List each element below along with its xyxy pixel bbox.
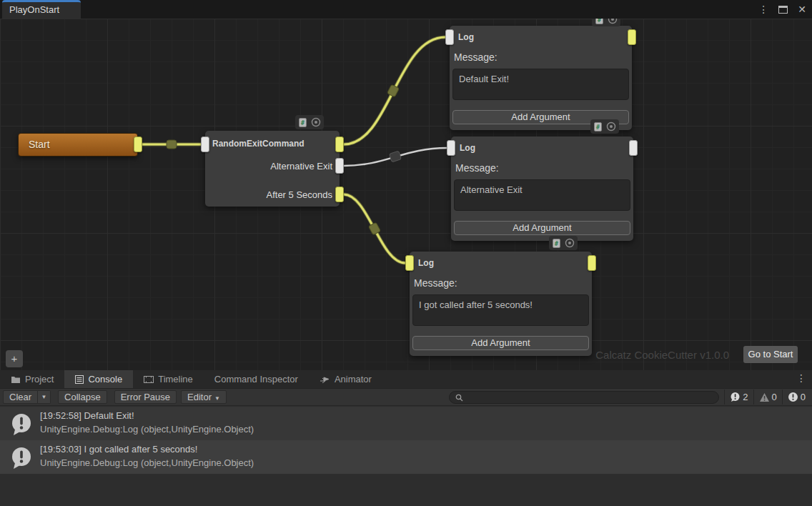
go-to-start-button[interactable]: Go to Start [743, 346, 798, 363]
kebab-menu-icon[interactable]: ⋮ [758, 3, 768, 16]
console-log-list: [19:52:58] Default Exit! UnityEngine.Deb… [0, 407, 812, 474]
message-input[interactable]: Default Exit! [452, 69, 629, 100]
svg-text:#: # [555, 240, 558, 247]
console-panel: Project Console Timel [0, 370, 812, 506]
message-input[interactable]: Alternative Exit [454, 179, 630, 211]
tab-console[interactable]: Console [64, 370, 133, 388]
add-node-button[interactable]: + [6, 350, 23, 367]
log1-input-port[interactable] [445, 29, 454, 45]
warning-filter-toggle[interactable]: 0 [753, 390, 782, 405]
warning-count: 0 [772, 392, 777, 402]
cookiecutter-watermark: Calcatz CookieCutter v1.0.0 [595, 349, 729, 361]
tab-timeline[interactable]: Timeline [133, 370, 204, 388]
log-stacktrace: UnityEngine.Debug:Log (object,UnityEngin… [40, 424, 254, 435]
alternative-exit-label: Alternative Exit [270, 161, 332, 172]
target-icon [606, 121, 616, 132]
search-input[interactable] [467, 392, 703, 402]
start-node[interactable]: Start [18, 133, 138, 157]
add-argument-button[interactable]: Add Argument [412, 336, 589, 350]
log-stacktrace: UnityEngine.Debug:Log (object,UnityEngin… [40, 457, 254, 468]
tab-label: Timeline [158, 374, 193, 385]
info-log-icon [9, 446, 34, 470]
tab-label: Project [25, 374, 54, 385]
node-gizmo-log2[interactable]: # [590, 119, 619, 134]
node-graph-canvas[interactable]: Start RandomExitCommand Alternative Exit… [0, 19, 812, 370]
error-pause-toggle[interactable]: Error Pause [114, 390, 177, 404]
log-message: [19:53:03] I got called after 5 seconds! [40, 444, 197, 455]
timeline-icon [144, 375, 154, 384]
info-log-icon [9, 412, 34, 437]
tab-project[interactable]: Project [0, 370, 64, 388]
graph-tabbar: PlayOnStart ⋮ ✕ [0, 0, 812, 19]
target-icon [608, 19, 618, 24]
tab-command-inspector[interactable]: Command Inspector [204, 370, 309, 388]
editor-dropdown[interactable]: Editor▼ [181, 390, 227, 404]
alternative-exit-output-port[interactable] [335, 158, 344, 174]
start-output-port[interactable] [134, 137, 142, 152]
search-icon [455, 394, 463, 402]
log-entry[interactable]: [19:52:58] Default Exit! UnityEngine.Deb… [0, 407, 812, 440]
target-icon [311, 117, 321, 127]
tab-label: Console [88, 374, 122, 385]
node-title: Log [460, 143, 475, 153]
error-icon [788, 392, 798, 402]
svg-text:#: # [596, 124, 600, 130]
console-kebab-menu-icon[interactable]: ⋮ [796, 372, 806, 384]
node-gizmo-log3[interactable]: # [549, 236, 578, 250]
info-log-icon [730, 392, 741, 402]
error-count: 0 [801, 392, 806, 402]
unity-window: PlayOnStart ⋮ ✕ [0, 0, 812, 506]
after-5-seconds-output-port[interactable] [335, 187, 344, 202]
log2-output-port[interactable] [629, 140, 638, 156]
info-filter-toggle[interactable]: 2 [724, 390, 753, 405]
log-message: [19:52:58] Default Exit! [40, 410, 134, 421]
wire-layer [0, 19, 812, 370]
random-exit-command-node[interactable]: RandomExitCommand Alternative Exit After… [205, 131, 340, 207]
log3-output-port[interactable] [588, 255, 596, 271]
log-node-after-5-seconds[interactable]: Log Message: I got called after 5 second… [410, 252, 592, 356]
console-filter-badges: 2 0 0 [724, 390, 811, 405]
wire-knob [390, 151, 402, 162]
after-5-seconds-label: After 5 Seconds [267, 189, 333, 200]
console-search[interactable] [449, 391, 719, 404]
tab-play-on-start[interactable]: PlayOnStart [2, 0, 81, 19]
warning-icon [759, 392, 770, 402]
message-label: Message: [454, 51, 497, 63]
clear-dropdown-icon[interactable]: ▼ [38, 390, 51, 404]
close-icon[interactable]: ✕ [798, 3, 806, 16]
message-label: Message: [414, 277, 457, 289]
message-input[interactable]: I got called after 5 seconds! [412, 294, 589, 326]
chevron-down-icon: ▼ [214, 395, 220, 402]
bottom-tabbar: Project Console Timel [0, 370, 812, 388]
log1-output-port[interactable] [628, 29, 636, 45]
error-filter-toggle[interactable]: 0 [782, 390, 811, 405]
tab-label: Animator [335, 374, 372, 385]
script-icon: # [595, 19, 603, 24]
add-argument-button[interactable]: Add Argument [454, 221, 630, 235]
tab-label: Command Inspector [214, 374, 298, 385]
node-gizmo-random-exit[interactable]: # [295, 115, 324, 129]
script-icon: # [299, 118, 307, 127]
log-entry[interactable]: [19:53:03] I got called after 5 seconds!… [0, 440, 812, 474]
editor-dropdown-label: Editor [187, 392, 212, 402]
log2-input-port[interactable] [447, 140, 455, 156]
maximize-icon[interactable] [778, 6, 788, 14]
log-node-default-exit[interactable]: Log Message: Default Exit! Add Argument [450, 26, 632, 130]
script-icon: # [553, 239, 560, 248]
node-title: RandomExitCommand [212, 139, 304, 149]
script-icon: # [594, 122, 602, 132]
wire-knob [167, 140, 177, 149]
animator-icon [320, 375, 330, 383]
svg-text:#: # [598, 19, 601, 23]
tab-animator[interactable]: Animator [309, 370, 382, 388]
random-exit-input-port[interactable] [201, 137, 209, 152]
collapse-toggle[interactable]: Collapse [58, 390, 107, 404]
clear-button[interactable]: Clear [3, 390, 38, 404]
node-title: Log [418, 258, 434, 268]
log3-input-port[interactable] [405, 255, 414, 271]
node-gizmo-log1[interactable]: # [592, 19, 620, 26]
target-icon [565, 238, 575, 248]
log-node-alternative-exit[interactable]: Log Message: Alternative Exit Add Argume… [451, 137, 633, 241]
default-exit-output-port[interactable] [335, 137, 344, 152]
message-label: Message: [455, 162, 499, 174]
